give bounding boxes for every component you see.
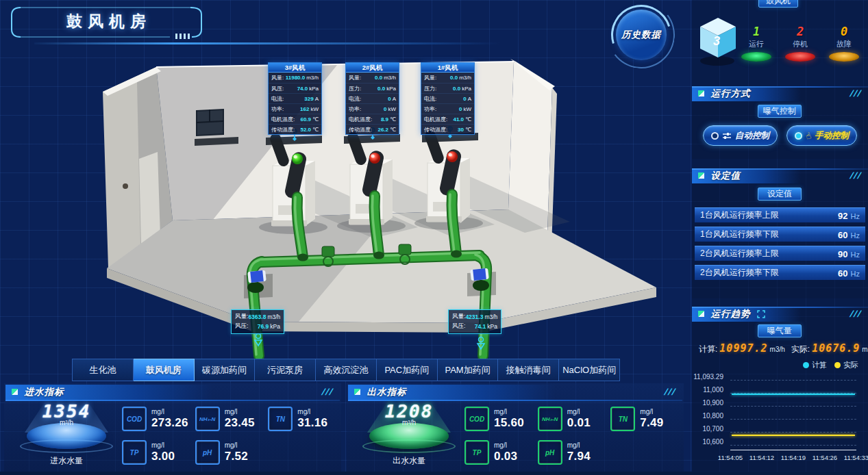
expand-icon[interactable]: [757, 310, 765, 318]
legend-dot-icon: [803, 362, 809, 368]
flow-glow-cone: 1208: [358, 401, 460, 420]
status-stopped: 2 停机: [781, 25, 819, 62]
tab-naclo[interactable]: NaClO加药间: [559, 359, 620, 381]
inlet-flow-widget: 1354 m³/h 进水水量: [15, 401, 118, 467]
inlet-flow-label: 进水水量: [15, 455, 118, 467]
actual-label: 实际:: [791, 344, 810, 355]
legend-item[interactable]: 计算: [803, 360, 827, 370]
setpoint-row: 2台风机运行频率下限 60Hz: [695, 265, 865, 280]
tp-icon: TP: [122, 440, 147, 465]
blower-room-3d-scene: [0, 0, 692, 383]
header-deco-icon: ///: [663, 385, 678, 400]
header-deco-icon: ///: [321, 385, 336, 400]
data-row: 风量:0.0m3/h: [346, 73, 399, 83]
auto-control-button[interactable]: 自动控制: [703, 125, 778, 146]
valve-icons: [255, 334, 484, 350]
red-lamp-icon: [785, 52, 815, 62]
tab-tanyuan[interactable]: 碳源加药间: [195, 359, 256, 381]
data-row: 压力:0.0kPa: [421, 83, 474, 93]
tn-icon: TN: [268, 407, 293, 431]
cod-icon: COD: [122, 407, 147, 431]
mode-toggle-row: 自动控制 ☝ 手动控制: [692, 125, 868, 146]
setpoint-row: 2台风机运行频率上限 90Hz: [695, 246, 865, 261]
data-row: 电流:0A: [421, 93, 474, 103]
tab-gufengjifang[interactable]: 鼓风机房: [134, 359, 195, 381]
legend-item[interactable]: 实际: [834, 360, 858, 370]
ph-icon: pH: [538, 440, 562, 465]
series-line-实际: [732, 435, 855, 436]
blower-room-dashboard: 鼓风机房: [0, 0, 868, 475]
panel-corner-icon: [698, 172, 704, 179]
stop-indicator-red: [447, 151, 458, 162]
data-row: 功率:0kW: [346, 103, 399, 114]
blower-3-data-panel: 3#风机 风量:11980.0m3/h 风压:74.0kPa 电流:329A 功…: [268, 62, 322, 135]
actual-unit: m3/h: [862, 346, 868, 353]
outlet-metrics: CODmg/l15.60 NH₃-Nmg/l0.01 TNmg/l7.49 TP…: [464, 404, 680, 467]
tab-pam[interactable]: PAM加药间: [438, 359, 499, 381]
setpoint-button[interactable]: 设定值: [758, 188, 802, 201]
green-lamp-icon: [741, 52, 771, 62]
blower-3-title: 3#风机: [269, 63, 321, 73]
actual-value: 10676.9: [812, 342, 860, 355]
radio-on-icon: [795, 132, 802, 140]
metric-ph: pHmg/l7.52: [195, 437, 264, 467]
tab-pac[interactable]: PAC加药间: [377, 359, 438, 381]
nh3n-icon: NH₃-N: [195, 407, 220, 431]
process-tab-bar: 生化池 鼓风机房 碳源加药间 污泥泵房 高效沉淀池 PAC加药间 PAM加药间 …: [72, 359, 620, 381]
blower-2-data-panel: 2#风机 风量:0.0m3/h 压力:0.0kPa 电流:0A 功率:0kW 电…: [345, 62, 399, 135]
right-sidebar: 鼓风机 3 1 运行 2 停机 0 故障: [692, 0, 868, 475]
metric-nh3n: NH₃-Nmg/l0.01: [538, 404, 607, 434]
setpoints-title: 设定值: [710, 168, 741, 183]
flow-glow-cone: 1354: [15, 401, 118, 420]
data-row: 传动温度:26.2℃: [346, 124, 399, 134]
outlet-panel-title: 出水指标: [367, 385, 406, 400]
metric-tn: TNmg/l31.16: [268, 404, 337, 434]
tp-icon: TP: [464, 440, 489, 465]
data-row: 风压:74.0kPa: [269, 83, 321, 93]
data-row: 传动温度:30℃: [421, 124, 474, 134]
calc-label: 计算:: [699, 344, 717, 355]
data-row: 电机温度:8.9℃: [346, 114, 399, 124]
tab-gaoxiao[interactable]: 高效沉淀池: [316, 359, 377, 381]
setpoints-header: 设定值 ///: [692, 168, 868, 183]
data-row: 电机温度:60.9℃: [269, 114, 321, 124]
manual-control-button[interactable]: ☝ 手动控制: [786, 125, 857, 146]
blower-summary-button[interactable]: 鼓风机: [758, 0, 798, 8]
run-indicator-green: [292, 153, 303, 164]
ph-icon: pH: [195, 440, 220, 465]
data-row: 压力:0.0kPa: [346, 83, 399, 93]
inlet-flow-unit: m³/h: [15, 419, 118, 426]
aeration-volume-button[interactable]: 曝气量: [758, 324, 802, 337]
trend-header: 运行趋势 ///: [692, 307, 868, 322]
blower-2-title: 2#风机: [346, 63, 399, 73]
run-mode-header: 运行方式 ///: [692, 86, 868, 101]
pipe-sensor-left: 风量:6363.8m3/h 风压:76.9kPa: [231, 309, 284, 334]
calc-value: 10997.2: [719, 342, 767, 355]
calc-unit: m3/h: [770, 346, 785, 353]
radio-off-icon: [711, 132, 719, 140]
flow-sensor-collar: [470, 268, 489, 281]
manual-control-label: 手动控制: [815, 130, 849, 142]
metric-tn: TNmg/l7.49: [610, 404, 680, 434]
hand-pointer-icon: ☝: [804, 131, 813, 141]
blower-status-row: 1 运行 2 停机 0 故障: [737, 25, 863, 62]
data-row: 风量:0.0m3/h: [421, 73, 474, 83]
metric-cod: CODmg/l273.26: [122, 404, 191, 434]
outlet-panel: 出水指标 /// 1208 m³/h 出水水量 CODmg/l15.60 NH₃…: [347, 383, 684, 472]
history-data-button[interactable]: 历史数据: [616, 10, 667, 60]
header-deco-icon: ///: [849, 307, 864, 322]
cod-icon: COD: [464, 407, 489, 431]
blower-1-title: 1#风机: [421, 63, 474, 73]
sliders-icon: [722, 131, 732, 140]
status-fault: 0 故障: [825, 25, 863, 62]
tab-jiechu[interactable]: 接触消毒间: [498, 359, 559, 381]
inlet-panel: 进水指标 /// 1354 m³/h 进水水量 CODmg/l273.26 NH…: [4, 383, 341, 472]
tn-icon: TN: [610, 407, 635, 431]
setpoint-row: 1台风机运行频率下限 60Hz: [695, 227, 865, 242]
tab-shengchihua[interactable]: 生化池: [72, 359, 134, 381]
metric-cod: CODmg/l15.60: [464, 404, 534, 434]
nh3n-icon: NH₃-N: [538, 407, 562, 431]
run-mode-title: 运行方式: [710, 86, 750, 101]
aeration-control-button[interactable]: 曝气控制: [758, 105, 802, 118]
tab-wunibengfang[interactable]: 污泥泵房: [255, 359, 316, 381]
